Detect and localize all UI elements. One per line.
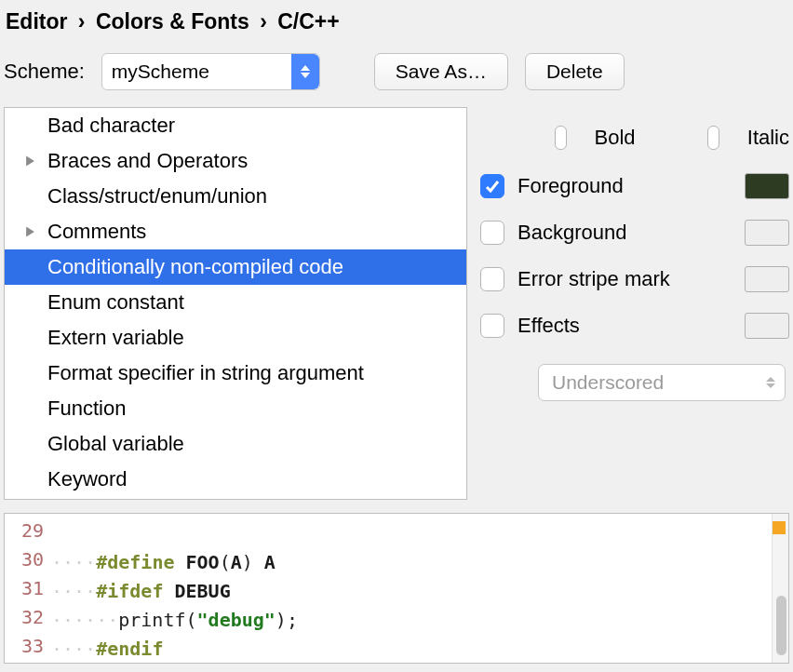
background-label: Background xyxy=(517,221,732,245)
list-item[interactable]: Comments xyxy=(5,214,466,249)
code-line: ······printf("debug"); xyxy=(51,606,772,635)
list-item[interactable]: Class/struct/enum/union xyxy=(5,179,466,214)
scheme-label: Scheme: xyxy=(4,60,85,84)
breadcrumb-cpp[interactable]: C/C++ xyxy=(277,9,339,34)
effects-checkbox[interactable] xyxy=(480,314,504,338)
foreground-color-swatch[interactable] xyxy=(745,173,789,199)
list-item[interactable]: Format specifier in string argument xyxy=(5,356,466,391)
foreground-label: Foreground xyxy=(517,174,732,198)
warning-marker-icon[interactable] xyxy=(773,521,786,534)
scheme-select[interactable]: myScheme xyxy=(101,53,320,90)
bold-checkbox[interactable] xyxy=(555,126,567,150)
dropdown-knob-icon xyxy=(291,54,319,89)
line-number-gutter: 29 30 31 32 33 xyxy=(5,514,51,663)
dropdown-chevron-icon xyxy=(766,377,775,388)
effects-color-swatch[interactable] xyxy=(745,313,789,339)
style-options: Bold Italic Foreground Background Error … xyxy=(480,107,789,500)
scheme-row: Scheme: myScheme Save As… Delete xyxy=(0,47,793,107)
code-line xyxy=(51,519,772,548)
error-stripe[interactable] xyxy=(772,514,788,663)
list-item[interactable]: Extern variable xyxy=(5,320,466,356)
delete-button[interactable]: Delete xyxy=(525,53,625,90)
error-stripe-checkbox[interactable] xyxy=(480,267,504,291)
code-line: ····#endif xyxy=(51,635,772,664)
italic-label: Italic xyxy=(747,126,789,150)
effects-label: Effects xyxy=(517,314,732,338)
error-stripe-label: Error stripe mark xyxy=(517,267,732,291)
code-line: ····#ifdef DEBUG xyxy=(51,577,772,606)
code-preview[interactable]: 29 30 31 32 33 ····#define FOO(A) A ····… xyxy=(4,513,789,664)
background-checkbox[interactable] xyxy=(480,221,504,245)
bold-label: Bold xyxy=(595,126,636,150)
disclosure-triangle-icon[interactable] xyxy=(21,225,38,238)
list-item[interactable]: Keyword xyxy=(5,462,466,497)
code-line: ····#define FOO(A) A xyxy=(51,548,772,577)
breadcrumb-colors-fonts[interactable]: Colors & Fonts xyxy=(96,9,249,34)
breadcrumb-sep-icon: › xyxy=(74,9,90,34)
breadcrumb: Editor › Colors & Fonts › C/C++ xyxy=(0,0,793,47)
effects-type-select[interactable]: Underscored xyxy=(538,364,786,401)
error-stripe-color-swatch[interactable] xyxy=(745,266,789,292)
scrollbar-thumb[interactable] xyxy=(776,596,786,655)
effects-type-value: Underscored xyxy=(552,371,664,394)
code-area[interactable]: ····#define FOO(A) A ····#ifdef DEBUG ··… xyxy=(51,514,772,663)
list-item[interactable]: Conditionally non-compiled code xyxy=(5,249,466,285)
disclosure-triangle-icon[interactable] xyxy=(21,155,38,168)
background-color-swatch[interactable] xyxy=(745,220,789,246)
breadcrumb-editor[interactable]: Editor xyxy=(6,9,67,34)
list-item[interactable]: Function xyxy=(5,391,466,426)
list-item[interactable]: Braces and Operators xyxy=(5,143,466,179)
foreground-checkbox[interactable] xyxy=(480,174,504,198)
scheme-value: myScheme xyxy=(102,54,291,89)
save-as-button[interactable]: Save As… xyxy=(374,53,508,90)
category-list[interactable]: Bad character Braces and Operators Class… xyxy=(4,107,467,500)
list-item[interactable]: Global variable xyxy=(5,426,466,462)
list-item[interactable]: Enum constant xyxy=(5,285,466,320)
italic-checkbox[interactable] xyxy=(707,126,719,150)
breadcrumb-sep-icon: › xyxy=(255,9,272,34)
list-item[interactable]: Bad character xyxy=(5,108,466,143)
